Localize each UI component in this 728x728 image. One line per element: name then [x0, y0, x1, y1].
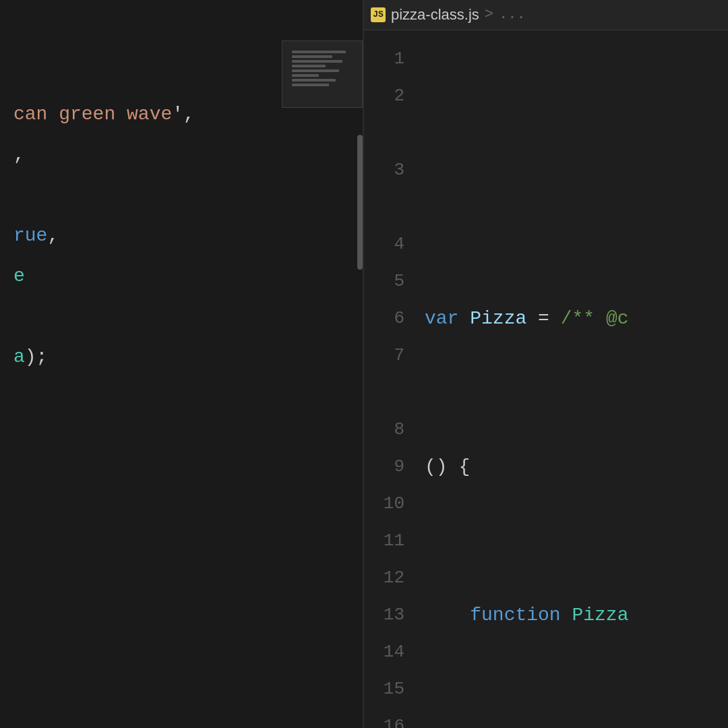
right-editor-panel: JS pizza-class.js > ... 1 2 3 4 5 6 7 8 … [364, 0, 728, 728]
tab-filename: pizza-class.js [391, 3, 479, 26]
left-editor-panel: can green wave', , rue, e a); [0, 0, 364, 728]
breadcrumb-rest: ... [499, 3, 526, 26]
left-scrollbar[interactable] [357, 135, 363, 270]
minimap-thumbnail [282, 40, 363, 108]
code-line-3: function Pizza [425, 597, 728, 634]
tab-bar: JS pizza-class.js > ... [364, 0, 728, 30]
code-area: 1 2 3 4 5 6 7 8 9 10 11 12 13 14 15 16 1… [364, 30, 728, 728]
file-type-icon: JS [371, 7, 386, 22]
code-line-2: var Pizza = /** @c [425, 300, 728, 337]
breadcrumb-separator: > [485, 3, 493, 26]
line-numbers: 1 2 3 4 5 6 7 8 9 10 11 12 13 14 15 16 1… [364, 30, 418, 728]
code-content[interactable]: var Pizza = /** @c () { function Pizza p… [418, 30, 728, 728]
code-line-1 [425, 152, 728, 189]
code-line-2b: () { [425, 448, 728, 485]
